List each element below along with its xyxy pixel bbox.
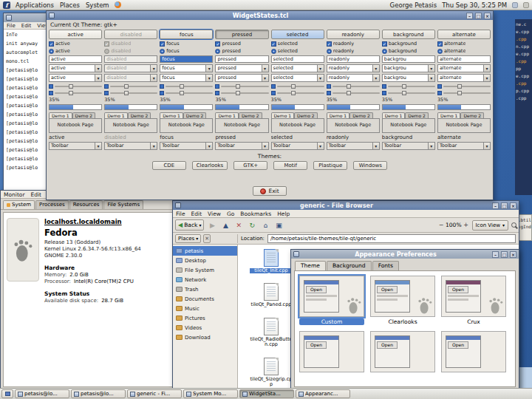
notebook-tab-demo1[interactable]: Demo 1 — [49, 112, 72, 118]
entry-selected[interactable]: selected — [271, 55, 324, 63]
home-icon[interactable]: ⌂ — [260, 219, 270, 231]
sysmon-menu-edit[interactable]: Edit — [31, 191, 42, 198]
appearance-maximize-icon[interactable]: □ — [501, 251, 508, 258]
places-close-icon[interactable]: ✕ — [203, 234, 211, 243]
panel-clock[interactable]: Thu Sep 30, 5:25 PM — [442, 1, 507, 9]
notebook-tab-demo2[interactable]: Demo 2 — [349, 112, 373, 118]
combobox-selected[interactable]: selected▾ — [271, 64, 324, 72]
show-desktop-button[interactable] — [1, 389, 13, 398]
combobox-active[interactable]: active▾ — [49, 64, 102, 72]
zoom-in-icon[interactable]: + — [463, 222, 469, 228]
combobox-background[interactable]: backgrou▾ — [382, 74, 435, 82]
appearance-tab-fonts[interactable]: Fonts — [372, 261, 399, 270]
slider-thumb[interactable] — [347, 91, 351, 95]
computer-icon[interactable]: ▣ — [273, 219, 284, 231]
fb-menu-help[interactable]: Help — [277, 211, 290, 217]
notebook-tab-demo2[interactable]: Demo 2 — [239, 112, 262, 118]
combobox-alternate[interactable]: alternate▾ — [437, 64, 491, 72]
fb-close-icon[interactable]: × — [510, 202, 516, 209]
notebook-tab-demo2[interactable]: Demo 2 — [128, 112, 151, 118]
slider-thumb[interactable] — [402, 84, 406, 89]
panel-menu-places[interactable]: Places — [60, 1, 80, 9]
firefox-launcher-icon[interactable] — [115, 1, 121, 8]
theme-card-clearlooks[interactable]: OpenClearlooks — [370, 276, 435, 325]
combobox-pressed[interactable]: pressed▾ — [215, 74, 268, 82]
toolbar-combobox-alternate[interactable]: Toolbar▾ — [437, 142, 491, 150]
state-button-readonly[interactable]: readonly — [327, 30, 380, 39]
combobox-pressed[interactable]: pressed▾ — [215, 64, 268, 72]
checkbutton-pressed[interactable]: ✓pressed — [215, 41, 268, 47]
toolbar-combobox-focus[interactable]: Toolbar▾ — [160, 142, 213, 150]
notebook-tab-demo2[interactable]: Demo 2 — [460, 112, 484, 118]
file-browser-titlebar[interactable]: generic - File Browser – □ × — [173, 201, 519, 210]
theme-card-custom[interactable]: OpenCustom — [299, 276, 364, 325]
scale-focus[interactable] — [160, 83, 213, 89]
stop-icon[interactable]: ✕ — [233, 219, 244, 231]
theme-button-cde[interactable]: CDE — [152, 161, 186, 170]
radiobutton-selected[interactable]: selected — [271, 48, 324, 54]
theme-card-partial[interactable]: Open — [299, 331, 364, 372]
radiobutton-active[interactable]: active — [49, 48, 102, 54]
toolbar-combobox-pressed[interactable]: Toolbar▾ — [215, 142, 268, 150]
scale-readonly[interactable] — [327, 90, 380, 95]
place-item-pictures[interactable]: Pictures — [173, 313, 237, 323]
entry-pressed[interactable]: pressed — [215, 55, 268, 63]
entry-readonly[interactable]: readonly — [327, 55, 380, 63]
notebook-tab-demo1[interactable]: Demo 1 — [160, 112, 183, 118]
state-button-active[interactable]: active — [49, 30, 102, 39]
file-item[interactable]: tileQt_Sizegrip.cpp — [248, 358, 294, 388]
search-icon[interactable] — [511, 222, 516, 228]
combobox-readonly[interactable]: readonly▾ — [327, 64, 380, 72]
toolbar-combobox-readonly[interactable]: Toolbar▾ — [327, 142, 380, 150]
scale-alternate[interactable] — [437, 90, 491, 95]
toolbar-combobox-active[interactable]: Toolbar▾ — [49, 142, 102, 150]
notebook-tab-demo1[interactable]: Demo 1 — [382, 112, 406, 118]
file-item[interactable]: tileQt_Init.cpp — [248, 249, 294, 273]
sysmon-tab-system[interactable]: System — [3, 200, 35, 209]
slider-thumb[interactable] — [180, 91, 184, 95]
panel-menu-applications[interactable]: Applications — [16, 1, 54, 9]
radiobutton-readonly[interactable]: readonly — [327, 48, 380, 54]
checkbutton-alternate[interactable]: ✓alternate — [437, 41, 491, 47]
combobox-disabled[interactable]: disabled▾ — [104, 64, 157, 72]
scale-pressed[interactable] — [215, 83, 268, 89]
scale-focus[interactable] — [160, 90, 213, 95]
checkbutton-selected[interactable]: ✓selected — [271, 41, 324, 47]
terminal-menu-edit[interactable]: Edit — [21, 23, 32, 29]
scale-disabled[interactable] — [104, 90, 157, 95]
notebook-tab-demo2[interactable]: Demo 2 — [183, 112, 207, 118]
file-item[interactable]: tileQt_Paned.cpp — [248, 283, 294, 307]
fedora-menu-icon[interactable]: f — [3, 1, 10, 9]
scale-active[interactable] — [49, 83, 102, 89]
exit-button[interactable]: Exit — [253, 186, 286, 196]
place-item-music[interactable]: Music — [173, 304, 237, 313]
radiobutton-focus[interactable]: focus — [160, 48, 213, 54]
widget-maximize-icon[interactable]: □ — [475, 13, 482, 19]
forward-icon[interactable]: ▶ — [207, 219, 217, 231]
taskbar-item[interactable]: petasis@lo... — [71, 389, 126, 398]
notebook-tab-demo1[interactable]: Demo 1 — [271, 112, 295, 118]
fb-menu-edit[interactable]: Edit — [191, 211, 202, 217]
scale-active[interactable] — [49, 90, 102, 95]
combobox-focus[interactable]: focus▾ — [160, 64, 213, 72]
notebook-tab-demo2[interactable]: Demo 2 — [294, 112, 318, 118]
state-button-selected[interactable]: selected — [271, 30, 324, 39]
file-item[interactable]: tileQt_RadioButton.cpp — [248, 318, 294, 348]
scale-background[interactable] — [382, 90, 435, 95]
slider-thumb[interactable] — [236, 91, 240, 95]
widget-titlebar[interactable]: WidgetStates.tcl – □ × — [47, 11, 493, 20]
entry-alternate[interactable]: alternate — [437, 55, 491, 63]
sysmon-tab-resources[interactable]: Resources — [69, 200, 103, 209]
taskbar-item[interactable]: generic - Fi... — [127, 389, 182, 398]
slider-thumb[interactable] — [124, 84, 129, 89]
place-item-documents[interactable]: Documents — [173, 294, 237, 304]
radiobutton-alternate[interactable]: alternate — [437, 48, 491, 54]
scale-selected[interactable] — [271, 83, 324, 89]
panel-user[interactable]: George Petasis — [390, 1, 437, 9]
appearance-titlebar[interactable]: Appearance Preferences – □ × — [291, 250, 519, 259]
view-mode-select[interactable]: Icon View ▾ — [472, 220, 508, 231]
slider-thumb[interactable] — [347, 84, 351, 89]
scale-selected[interactable] — [271, 90, 324, 95]
combobox-selected[interactable]: selected▾ — [271, 74, 324, 82]
panel-menu-system[interactable]: System — [86, 1, 109, 9]
